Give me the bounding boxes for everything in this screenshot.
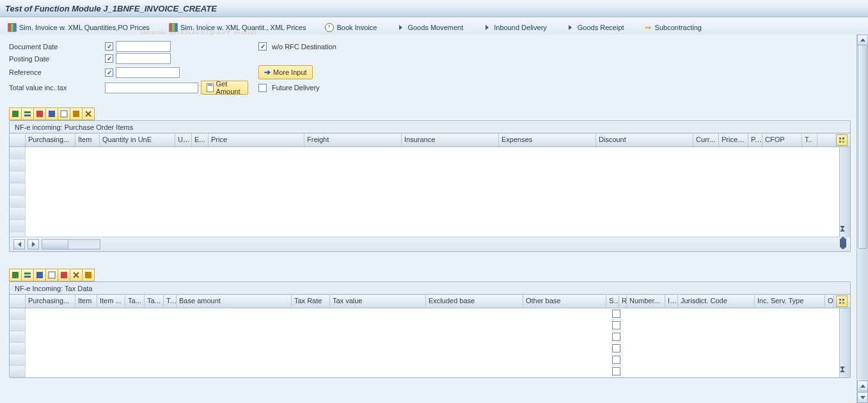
document-date-input[interactable] (116, 41, 171, 52)
row-selector[interactable] (10, 196, 25, 208)
tax-row-checkbox[interactable] (612, 367, 620, 375)
total-value-input[interactable] (105, 83, 198, 93)
column-header[interactable]: Tax value (330, 295, 426, 308)
column-header[interactable]: Freight (304, 134, 402, 146)
sim-invoice-po-button[interactable]: Sim. Invoice w. XML Quantities,PO Prices (4, 22, 154, 33)
column-header[interactable]: Insurance (402, 134, 499, 146)
row-selector[interactable] (10, 320, 25, 331)
tax-row-checkbox[interactable] (612, 344, 620, 352)
row-selector[interactable] (10, 184, 25, 196)
scroll-right-icon[interactable] (28, 239, 39, 249)
row-selector[interactable] (10, 159, 25, 171)
column-header[interactable]: Price ... (719, 134, 748, 146)
column-header[interactable]: Ta... (145, 295, 164, 308)
mini-btn-insert-row[interactable] (9, 269, 22, 281)
goods-movement-button[interactable]: Goods Movement (392, 22, 467, 33)
scroll-thumb[interactable] (858, 45, 867, 249)
column-header[interactable]: P... (748, 134, 762, 146)
po-cells-area[interactable] (26, 147, 850, 237)
column-header[interactable]: O (825, 295, 834, 308)
mini-btn-deselect-all[interactable] (58, 107, 70, 120)
row-selector[interactable] (10, 147, 25, 159)
book-invoice-button[interactable]: Book Invoice (321, 22, 381, 33)
tax-grid-vscroll[interactable] (839, 308, 850, 377)
row-selector[interactable] (10, 220, 25, 232)
subcontracting-button[interactable]: ⇒ Subcontracting (640, 22, 706, 33)
column-header[interactable]: Curr... (693, 134, 719, 146)
column-header[interactable]: Base amount (177, 295, 292, 308)
column-header[interactable]: Purchasing... (26, 295, 75, 308)
table-settings-icon[interactable] (836, 134, 848, 146)
column-header[interactable]: U... (175, 134, 192, 146)
column-header[interactable]: Discount (596, 134, 693, 146)
mini-btn-copy[interactable] (33, 107, 46, 120)
po-grid-vscroll[interactable] (839, 147, 850, 237)
column-header[interactable]: Number... (627, 295, 665, 308)
column-header[interactable]: R (619, 295, 627, 308)
column-header[interactable]: Expenses (499, 134, 596, 146)
column-header[interactable]: Item ... (97, 295, 125, 308)
mini-btn-select-all[interactable] (45, 107, 58, 120)
column-header[interactable]: Item (75, 134, 100, 146)
column-header[interactable]: Quantity in UnE (100, 134, 175, 146)
row-selector-header[interactable] (10, 134, 26, 146)
inbound-delivery-button[interactable]: Inbound Delivery (478, 22, 551, 33)
table-settings-icon[interactable] (836, 296, 848, 307)
tax-row-checkbox[interactable] (612, 321, 620, 329)
tax-row-checkbox[interactable] (612, 333, 620, 341)
get-amount-button[interactable]: Get Amount (201, 81, 248, 95)
column-header[interactable]: Other base (523, 295, 606, 308)
column-header[interactable]: Price (209, 134, 304, 146)
column-header[interactable]: Item (75, 295, 97, 308)
mini-btn-cut[interactable] (58, 269, 70, 281)
mini-btn-sort[interactable] (70, 107, 83, 120)
scroll-track[interactable] (857, 45, 868, 383)
mini-btn-select-all[interactable] (33, 269, 46, 281)
mini-btn-delete-row[interactable] (21, 269, 34, 281)
column-header[interactable]: Inc. Serv. Type (755, 295, 825, 308)
column-header[interactable]: Tax Rate (292, 295, 330, 308)
mini-btn-deselect-all[interactable] (45, 269, 58, 281)
mini-btn-delete-row[interactable] (21, 107, 34, 120)
scroll-up-step-icon[interactable] (857, 381, 868, 391)
mini-btn-sort[interactable] (82, 269, 95, 281)
row-selector[interactable] (10, 366, 25, 377)
row-selector[interactable] (10, 208, 25, 220)
column-header[interactable]: Jurisdict. Code (678, 295, 755, 308)
wo-rfc-checkbox[interactable] (258, 42, 267, 51)
tax-row-checkbox[interactable] (612, 356, 620, 364)
column-header[interactable]: Ta... (125, 295, 145, 308)
main-vscroll[interactable] (856, 35, 868, 403)
row-selector[interactable] (10, 343, 25, 354)
scroll-up-icon[interactable] (857, 35, 868, 45)
future-delivery-checkbox[interactable] (258, 84, 267, 92)
scroll-left-icon[interactable] (13, 239, 25, 249)
reference-checkbox[interactable] (105, 68, 113, 77)
column-header[interactable]: T.. (802, 134, 817, 146)
row-selector-header[interactable] (10, 295, 26, 308)
po-hscroll[interactable] (13, 239, 100, 249)
mini-btn-insert-row[interactable] (9, 107, 22, 120)
column-header[interactable]: I... (665, 295, 678, 308)
column-header[interactable]: Purchasing... (26, 134, 75, 146)
reference-input[interactable] (116, 67, 180, 78)
row-selector[interactable] (10, 171, 25, 184)
scroll-down-icon[interactable] (857, 392, 868, 403)
row-selector[interactable] (10, 354, 25, 366)
column-header[interactable]: CFOP (762, 134, 802, 146)
column-header[interactable]: Excluded base (426, 295, 523, 308)
tax-cells-area[interactable] (26, 308, 611, 377)
po-hscroll-right[interactable] (840, 239, 846, 247)
mini-btn-tools[interactable] (82, 107, 95, 120)
mini-btn-tools[interactable] (70, 269, 83, 281)
document-date-checkbox[interactable] (105, 42, 113, 51)
scroll-right-icon[interactable] (843, 239, 846, 247)
tax-row-checkbox[interactable] (612, 310, 620, 318)
column-header[interactable]: T.. (164, 295, 177, 308)
posting-date-checkbox[interactable] (105, 54, 113, 63)
scroll-track[interactable] (42, 239, 100, 249)
goods-receipt-button[interactable]: Goods Receipt (562, 22, 628, 33)
sim-invoice-xml-button[interactable]: Sim. Inoice w. XML Quantit., XML Prices (165, 22, 310, 33)
posting-date-input[interactable] (116, 53, 171, 64)
more-input-button[interactable]: ➔ More Input (258, 65, 313, 79)
